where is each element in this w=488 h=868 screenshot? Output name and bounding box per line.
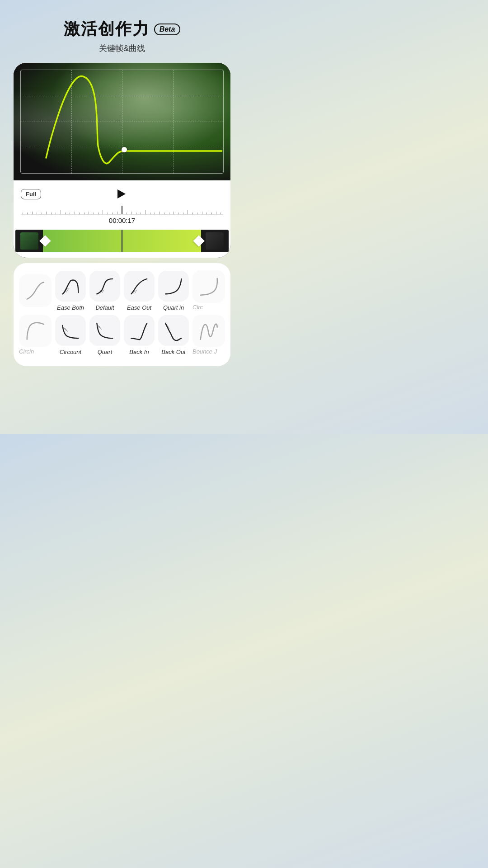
filmstrip-right-dark (201, 230, 229, 252)
easing-partial-left-1 (19, 274, 52, 307)
easing-card-back-in[interactable] (124, 315, 155, 346)
header-subtitle: 关键帧&曲线 (9, 43, 235, 54)
filmstrip-container (14, 230, 230, 258)
timeline-section: 00:00:17 (14, 206, 230, 230)
timeline-cursor (122, 206, 122, 214)
curve-control-point[interactable] (122, 147, 127, 152)
easing-item-ease-both: Ease Both (55, 271, 86, 311)
easing-label-quart: Quart (98, 349, 113, 355)
animation-curve (14, 63, 230, 180)
filmstrip[interactable] (15, 230, 229, 252)
easing-label-back-in: Back In (129, 349, 149, 355)
easing-label-back-out: Back Out (161, 349, 185, 355)
easing-row-1: Ease Both Default (19, 270, 225, 311)
page-container: 激活创作力 Beta 关键帧&曲线 (0, 0, 244, 434)
play-icon (117, 189, 126, 198)
timeline-ruler[interactable] (21, 206, 223, 215)
easing-label-circin: Circin (19, 348, 34, 355)
easing-label-circount: Circount (60, 349, 81, 355)
easing-item-default: Default (89, 271, 120, 311)
easing-card-partial-left-2[interactable] (19, 315, 52, 347)
svg-line-9 (64, 327, 67, 331)
easing-card-partial-left[interactable] (19, 274, 52, 307)
easing-label-default: Default (95, 304, 114, 311)
easing-label-bounce-j: Bounce J (192, 348, 217, 355)
easing-item-ease-out: Ease Out (124, 271, 155, 311)
easing-item-circount: Circount (55, 315, 86, 355)
easing-card-ease-out[interactable] (124, 271, 155, 302)
easing-card-partial-right[interactable] (192, 270, 225, 303)
header: 激活创作力 Beta 关键帧&曲线 (9, 18, 235, 54)
easing-label-ease-out: Ease Out (127, 304, 151, 311)
full-badge[interactable]: Full (21, 189, 41, 199)
easing-card-quart-in[interactable] (158, 271, 189, 302)
easing-partial-right-2: Bounce J (192, 315, 225, 355)
easing-item-back-out: Back Out (158, 315, 189, 355)
easing-card-ease-both[interactable] (55, 271, 86, 302)
easing-row-1-main: Ease Both Default (55, 271, 189, 311)
easing-card-quart[interactable] (89, 315, 120, 346)
easing-row-2: Circin Circount (19, 315, 225, 355)
filmstrip-left-dark (15, 230, 43, 252)
easing-partial-left-2: Circin (19, 315, 52, 355)
play-button[interactable] (113, 186, 129, 202)
easing-label-quart-in: Quart in (163, 304, 184, 311)
easing-label-circ: Circ (192, 304, 203, 311)
easing-row-2-main: Circount Quart (55, 315, 189, 355)
easing-label-ease-both: Ease Both (57, 304, 84, 311)
easing-panel: Ease Both Default (14, 263, 230, 366)
easing-card-default[interactable] (89, 271, 120, 302)
timeline-timestamp: 00:00:17 (21, 215, 223, 226)
easing-card-bounce-j[interactable] (192, 315, 225, 347)
easing-card-back-out[interactable] (158, 315, 189, 346)
beta-badge: Beta (154, 24, 181, 35)
video-preview (14, 63, 230, 180)
filmstrip-cursor (122, 230, 122, 252)
easing-item-quart-in: Quart in (158, 271, 189, 311)
page-title: 激活创作力 (64, 18, 150, 40)
controls-bar: Full (14, 180, 230, 206)
easing-item-quart: Quart (89, 315, 120, 355)
video-card: Full (14, 63, 230, 258)
easing-partial-right-1: Circ (192, 270, 225, 311)
easing-item-back-in: Back In (124, 315, 155, 355)
easing-card-circount[interactable] (55, 315, 86, 346)
